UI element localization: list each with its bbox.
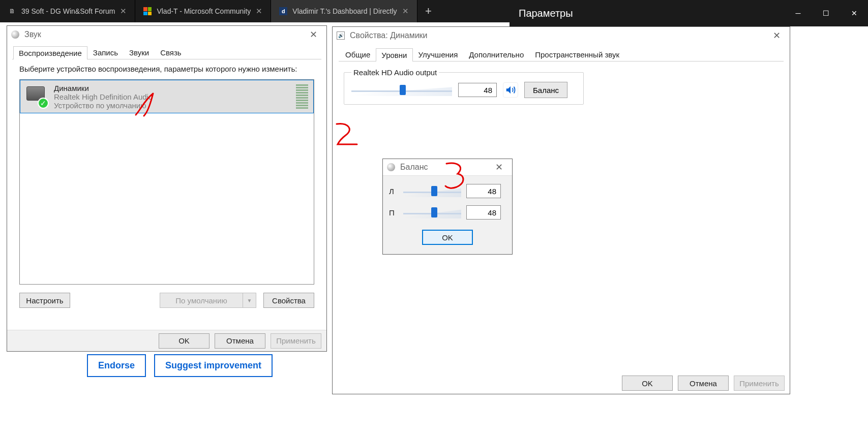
cancel-button[interactable]: Отмена (215, 333, 265, 349)
ok-button[interactable]: OK (622, 376, 673, 391)
slider-thumb[interactable] (431, 186, 437, 196)
tab-playback[interactable]: Воспроизведение (13, 46, 87, 59)
instruction-text: Выберите устройство воспроизведения, пар… (12, 59, 321, 79)
sound-icon (11, 30, 19, 39)
tab-title: Vladimir T.'s Dashboard | Directly (292, 7, 397, 15)
set-default-dropdown: По умолчанию ▼ (160, 293, 256, 308)
sound-icon (387, 163, 395, 171)
dialog-titlebar[interactable]: Звук ✕ (7, 26, 326, 43)
slider-thumb[interactable] (400, 85, 406, 95)
volume-value-input[interactable] (458, 83, 497, 97)
maximize-button[interactable]: ☐ (812, 0, 840, 26)
device-driver: Realtek High Definition Audio (54, 92, 153, 101)
left-balance-slider[interactable] (403, 184, 461, 198)
close-button[interactable]: ✕ (840, 0, 868, 26)
balance-dialog: Баланс ✕ Л П OK (382, 159, 513, 255)
close-icon[interactable]: ✕ (120, 7, 127, 16)
ok-button[interactable]: OK (159, 333, 209, 349)
properties-tabs: Общие Уровни Улучшения Дополнительно Про… (339, 48, 784, 61)
device-item-speakers[interactable]: ✓ Динамики Realtek High Definition Audio… (20, 80, 314, 113)
new-tab-button[interactable]: + (417, 0, 440, 22)
chevron-down-icon: ▼ (243, 293, 256, 307)
tab-general[interactable]: Общие (340, 48, 376, 61)
device-list[interactable]: ✓ Динамики Realtek High Definition Audio… (19, 79, 314, 285)
right-balance-value[interactable] (466, 205, 501, 220)
browser-tab[interactable]: d Vladimir T.'s Dashboard | Directly ✕ (271, 0, 417, 22)
apply-button: Применить (734, 376, 785, 391)
tab-levels[interactable]: Уровни (376, 48, 412, 61)
close-icon[interactable]: ✕ (402, 7, 409, 16)
balance-button[interactable]: Баланс (524, 82, 567, 98)
dialog-title: Звук (24, 30, 41, 39)
tab-title: 39 Soft - DG Win&Soft Forum (21, 7, 115, 15)
apply-button: Применить (271, 333, 321, 349)
dialog-titlebar[interactable]: Баланс ✕ (383, 159, 512, 176)
tab-recording[interactable]: Запись (87, 46, 124, 59)
sound-dialog: Звук ✕ Воспроизведение Запись Звуки Связ… (7, 25, 327, 352)
slider-thumb[interactable] (431, 207, 437, 217)
tab-title: Vlad-T - Microsoft Community (157, 7, 251, 15)
output-label: Realtek HD Audio output (351, 68, 439, 77)
microsoft-icon (143, 7, 152, 15)
output-level-group: Realtek HD Audio output Баланс (344, 68, 584, 105)
right-balance-slider[interactable] (403, 206, 461, 219)
set-default-label: По умолчанию (160, 293, 243, 307)
device-name: Динамики (54, 84, 153, 92)
directly-icon: d (279, 7, 287, 15)
close-icon[interactable]: ✕ (256, 7, 262, 16)
close-icon[interactable]: ✕ (490, 162, 508, 173)
tab-spatial[interactable]: Пространственный звук (529, 48, 625, 61)
settings-title: Параметры (519, 8, 573, 19)
endorse-button[interactable]: Endorse (87, 354, 146, 377)
ok-button[interactable]: OK (422, 230, 473, 245)
dialog-title: Свойства: Динамики (350, 31, 428, 40)
device-status: Устройство по умолчанию (54, 101, 153, 110)
properties-button[interactable]: Свойства (263, 293, 314, 308)
page-action-buttons: Endorse Suggest improvement (87, 354, 273, 377)
cancel-button[interactable]: Отмена (678, 376, 729, 391)
suggest-improvement-button[interactable]: Suggest improvement (154, 354, 273, 377)
speaker-icon: 🔊 (337, 32, 345, 40)
favicon-icon: 🗎 (8, 7, 16, 15)
checkmark-icon: ✓ (38, 98, 49, 109)
level-meter-icon (296, 84, 308, 109)
dialog-title: Баланс (400, 163, 428, 172)
browser-tab[interactable]: Vlad-T - Microsoft Community ✕ (135, 0, 271, 22)
left-balance-value[interactable] (466, 184, 501, 198)
configure-button[interactable]: Настроить (19, 293, 70, 308)
mute-toggle-button[interactable] (503, 82, 518, 98)
settings-window-titlebar: Параметры ─ ☐ ✕ (510, 0, 868, 26)
speaker-device-icon: ✓ (25, 85, 48, 108)
close-icon[interactable]: ✕ (305, 29, 322, 40)
tab-advanced[interactable]: Дополнительно (463, 48, 529, 61)
tab-enhancements[interactable]: Улучшения (413, 48, 464, 61)
minimize-button[interactable]: ─ (784, 0, 812, 26)
left-channel-label: Л (389, 187, 398, 196)
right-channel-label: П (389, 208, 398, 217)
tab-communications[interactable]: Связь (155, 46, 187, 59)
volume-slider[interactable] (351, 83, 452, 97)
dialog-titlebar[interactable]: 🔊 Свойства: Динамики ✕ (333, 27, 790, 44)
close-icon[interactable]: ✕ (768, 30, 786, 41)
browser-tab[interactable]: 🗎 39 Soft - DG Win&Soft Forum ✕ (0, 0, 135, 22)
tab-sounds[interactable]: Звуки (124, 46, 155, 59)
sound-tabs: Воспроизведение Запись Звуки Связь (12, 46, 321, 59)
